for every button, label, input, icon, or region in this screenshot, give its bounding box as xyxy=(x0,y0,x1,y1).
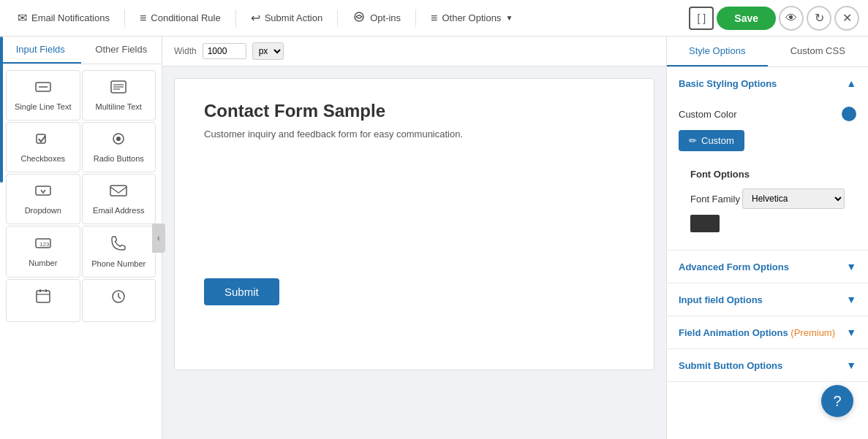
tab-input-fields[interactable]: Input Fields xyxy=(0,37,81,64)
nav-email-notifications[interactable]: ✉ Email Notifications xyxy=(9,7,118,29)
input-field-options-label: Input field Options xyxy=(679,294,763,305)
field-email-label: Email Address xyxy=(93,206,144,215)
tab-style-options[interactable]: Style Options xyxy=(667,37,768,66)
animation-chevron-icon: ▼ xyxy=(846,327,856,338)
color-preview-box xyxy=(690,215,720,232)
conditional-icon: ≡ xyxy=(140,12,146,25)
field-animation-label: Field Animation Options (Premium) xyxy=(679,327,835,338)
basic-styling-header[interactable]: Basic Styling Options ▲ xyxy=(667,67,868,99)
field-phone-number[interactable]: Phone Number xyxy=(82,226,156,278)
radio-icon xyxy=(110,131,127,150)
tab-custom-css[interactable]: Custom CSS xyxy=(768,37,869,66)
pen-icon: ✏ xyxy=(689,135,697,146)
width-input[interactable] xyxy=(203,43,246,59)
single-line-icon xyxy=(34,80,52,98)
font-family-label: Font Family xyxy=(690,194,740,205)
checkboxes-icon xyxy=(35,131,51,150)
save-button[interactable]: Save xyxy=(717,7,776,30)
field-multiline-label: Multiline Text xyxy=(96,102,142,111)
custom-color-button[interactable]: ✏ Custom xyxy=(679,130,744,151)
nav-other-options[interactable]: ≡ Other Options ▼ xyxy=(422,7,521,29)
bracket-icon: [ ] xyxy=(697,12,706,24)
basic-styling-title: Basic Styling Options xyxy=(679,78,777,89)
form-description: Customer inquiry and feedback form for e… xyxy=(204,129,624,140)
main-layout: Input Fields Other Fields Single Line Te… xyxy=(0,37,868,439)
nav-divider-3 xyxy=(337,9,338,27)
submit-button[interactable]: Submit xyxy=(204,278,279,305)
field-radio-buttons[interactable]: Radio Buttons xyxy=(82,122,156,172)
advanced-form-options-row[interactable]: Advanced Form Options ▼ xyxy=(667,251,868,283)
field-single-line-text[interactable]: Single Line Text xyxy=(6,70,80,121)
help-icon: ? xyxy=(833,393,841,410)
nav-submit-action[interactable]: ↩ Submit Action xyxy=(242,7,332,29)
custom-color-row: Custom Color xyxy=(679,107,856,121)
tab-other-fields[interactable]: Other Fields xyxy=(81,37,162,64)
form-title: Contact Form Sample xyxy=(204,101,624,121)
date-icon xyxy=(35,289,51,308)
font-family-row: Font Family Helvetica Arial Times New Ro… xyxy=(679,186,856,215)
nav-conditional-rule[interactable]: ≡ Conditional Rule xyxy=(131,7,230,29)
field-dropdown[interactable]: Dropdown xyxy=(6,174,80,224)
top-navigation: ✉ Email Notifications ≡ Conditional Rule… xyxy=(0,0,868,37)
bracket-button[interactable]: [ ] xyxy=(689,7,714,30)
right-panel: Style Options Custom CSS Basic Styling O… xyxy=(666,37,868,439)
field-multiline-text[interactable]: Multiline Text xyxy=(82,70,156,121)
nav-optins-label: Opt-ins xyxy=(370,12,401,23)
left-scroll-indicator xyxy=(0,37,3,183)
field-date[interactable] xyxy=(6,279,80,322)
number-icon: 123 xyxy=(34,236,52,254)
nav-divider-4 xyxy=(415,9,416,27)
eye-icon: 👁 xyxy=(785,12,797,25)
field-dropdown-label: Dropdown xyxy=(25,206,61,215)
nav-divider-1 xyxy=(124,9,125,27)
optins-icon xyxy=(352,12,366,25)
preview-button[interactable]: 👁 xyxy=(779,6,804,31)
canvas-toolbar: Width px % xyxy=(162,37,666,66)
phone-icon xyxy=(110,235,127,255)
nav-divider-2 xyxy=(235,9,236,27)
close-button[interactable]: ✕ xyxy=(834,6,859,31)
help-bubble[interactable]: ? xyxy=(821,385,853,417)
input-field-chevron-icon: ▼ xyxy=(846,294,856,305)
nav-submit-label: Submit Action xyxy=(265,12,323,23)
form-canvas: Contact Form Sample Customer inquiry and… xyxy=(174,78,654,370)
canvas-scroll[interactable]: Contact Form Sample Customer inquiry and… xyxy=(162,66,666,439)
input-field-options-row[interactable]: Input field Options ▼ xyxy=(667,283,868,316)
field-email-address[interactable]: Email Address xyxy=(82,174,156,224)
field-number-label: Number xyxy=(29,259,57,267)
multiline-icon xyxy=(110,80,127,98)
form-fields-area xyxy=(204,161,624,278)
field-radio-label: Radio Buttons xyxy=(94,154,144,163)
collapse-icon: ‹ xyxy=(157,232,160,243)
close-icon: ✕ xyxy=(842,11,852,25)
field-number[interactable]: 123 Number xyxy=(6,226,80,278)
field-tabs: Input Fields Other Fields xyxy=(0,37,162,64)
email-icon: ✉ xyxy=(18,11,27,25)
unit-select[interactable]: px % xyxy=(252,42,284,60)
field-single-line-label: Single Line Text xyxy=(15,102,71,111)
font-family-select[interactable]: Helvetica Arial Times New Roman xyxy=(742,188,845,209)
basic-styling-section: Basic Styling Options ▲ Custom Color ✏ C… xyxy=(667,67,868,251)
style-tabs: Style Options Custom CSS xyxy=(667,37,868,67)
time-icon xyxy=(110,289,127,308)
submit-chevron-icon: ▼ xyxy=(846,359,856,371)
color-toggle[interactable] xyxy=(842,107,856,121)
svg-rect-11 xyxy=(110,186,127,196)
submit-button-options-row[interactable]: Submit Button Options ▼ xyxy=(667,349,868,382)
nav-conditional-label: Conditional Rule xyxy=(151,12,220,23)
submit-button-options-label: Submit Button Options xyxy=(679,360,782,371)
nav-opt-ins[interactable]: Opt-ins xyxy=(344,7,410,29)
svg-rect-14 xyxy=(37,291,50,302)
field-checkboxes[interactable]: Checkboxes xyxy=(6,122,80,172)
fields-grid: Single Line Text Multiline Text Checkbox… xyxy=(0,64,162,328)
refresh-button[interactable]: ↻ xyxy=(807,6,831,31)
font-options-header: Font Options xyxy=(679,160,856,186)
custom-color-label: Custom Color xyxy=(679,109,736,120)
field-time[interactable] xyxy=(82,279,156,322)
premium-badge: (Premium) xyxy=(788,327,835,338)
advanced-form-options-label: Advanced Form Options xyxy=(679,262,789,272)
chevron-up-icon: ▲ xyxy=(846,77,856,89)
nav-other-label: Other Options xyxy=(442,12,501,23)
field-animation-options-row[interactable]: Field Animation Options (Premium) ▼ xyxy=(667,316,868,349)
collapse-handle[interactable]: ‹ xyxy=(152,224,165,253)
